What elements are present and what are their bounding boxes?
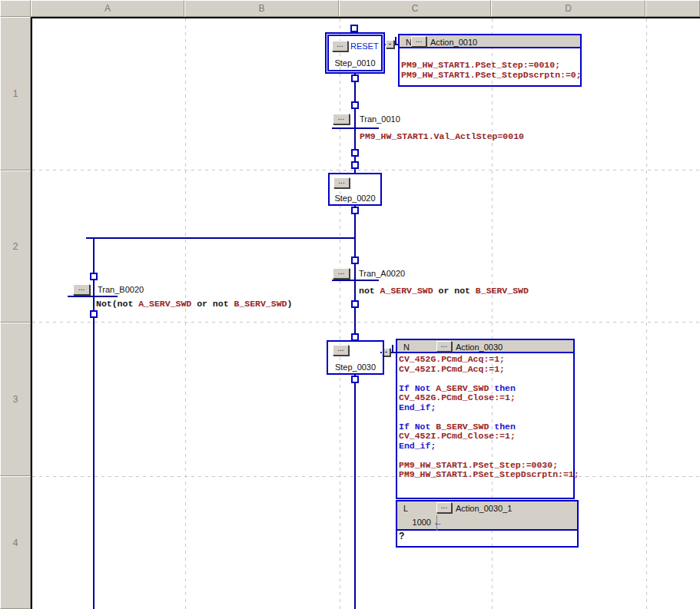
connection-handle[interactable] xyxy=(351,300,359,308)
row-header-1: 1 xyxy=(0,17,31,170)
transition-condition: PM9_HW_START1.Val_ActlStep=0010 xyxy=(360,131,524,141)
connection-handle[interactable] xyxy=(351,257,359,264)
code-line: End_if; xyxy=(399,403,573,413)
action-body: ? xyxy=(397,531,577,544)
transition-name: Tran_B0020 xyxy=(98,285,144,294)
grid-column-line xyxy=(646,18,647,609)
transition-bar-tran-0010 xyxy=(332,127,379,129)
collapse-action-button[interactable]: - xyxy=(386,40,394,48)
action-qualifier: N xyxy=(403,343,410,352)
row-header-3: 3 xyxy=(0,323,31,476)
flow-line-main xyxy=(354,375,356,609)
step-reset-badge: RESET xyxy=(350,41,379,51)
column-header-d: D xyxy=(491,0,645,17)
transition-name: Tran_0010 xyxy=(360,114,400,124)
transition-properties-button[interactable]: ... xyxy=(333,114,350,124)
grid-column-line xyxy=(185,18,186,609)
flow-line-main xyxy=(354,74,356,173)
transition-condition: Not(not A_SERV_SWD or not B_SERV_SWD) xyxy=(96,299,292,309)
connection-handle[interactable] xyxy=(351,149,359,157)
transition-name: Tran_A0020 xyxy=(359,269,405,278)
step-properties-button[interactable]: ... xyxy=(333,177,350,188)
step-box-step-0010[interactable]: ... RESET Step_0010 xyxy=(325,32,385,74)
column-label: C xyxy=(412,3,419,14)
corner-cell xyxy=(0,0,31,17)
code-line: PM9_HW_START1.PSet_StepDscrptn:=1; xyxy=(399,470,573,480)
step-box-step-0030[interactable]: ... Step_0030 xyxy=(327,340,384,375)
action-block-action-0030[interactable]: N ... Action_0030 CV_452G.PCmd_Acq:=1;CV… xyxy=(396,339,575,499)
column-label: D xyxy=(565,3,572,14)
connection-handle[interactable] xyxy=(351,207,359,214)
connection-handle[interactable] xyxy=(90,310,98,318)
connection-handle[interactable] xyxy=(351,101,359,109)
row-header-2: 2 xyxy=(0,170,31,323)
action-title: Action_0030 xyxy=(456,343,503,352)
action-title: Action_0030_1 xyxy=(456,504,512,513)
action-placeholder-text: ? xyxy=(399,531,404,541)
left-arrow-icon: ← xyxy=(433,517,443,528)
action-connector-line xyxy=(392,345,393,353)
connection-handle[interactable] xyxy=(351,376,359,383)
action-title: Action_0010 xyxy=(430,38,477,47)
column-label: B xyxy=(258,3,264,14)
page-left-border xyxy=(31,17,32,609)
transition-condition: not A_SERV_SWD or not B_SERV_SWD xyxy=(359,286,529,296)
branch-divergence-line xyxy=(86,237,356,239)
column-label: A xyxy=(105,3,111,14)
action-code: PM9_HW_START1.PSet_Step:=0010;PM9_HW_STA… xyxy=(400,48,580,80)
row-label: 2 xyxy=(13,241,18,252)
step-name: Step_0010 xyxy=(329,58,381,68)
action-time-interval: 1000 xyxy=(403,518,431,527)
action-properties-button[interactable]: ... xyxy=(436,502,452,513)
transition-properties-button[interactable]: ... xyxy=(333,268,350,279)
action-properties-button[interactable]: ... xyxy=(436,341,452,352)
row-label: 1 xyxy=(13,88,18,99)
action-properties-button[interactable]: ... xyxy=(411,36,426,47)
code-line: End_if; xyxy=(399,442,573,452)
action-header: N ... Action_0030 xyxy=(397,340,573,353)
step-properties-button[interactable]: ... xyxy=(333,345,349,356)
action-block-action-0030-1[interactable]: L ... Action_0030_1 1000 ← ? xyxy=(396,500,579,548)
grid-row-line xyxy=(32,170,700,170)
qualifier-divider xyxy=(436,515,437,531)
connection-handle[interactable] xyxy=(351,333,359,341)
sfc-editor-canvas: A B C D 1 2 3 4 - - ... RESET Step_0010 … xyxy=(0,0,700,609)
connection-handle[interactable] xyxy=(351,74,359,82)
action-code: CV_452G.PCmd_Acq:=1;CV_452I.PCmd_Acq:=1;… xyxy=(397,353,573,480)
action-header: L ... Action_0030_1 1000 ← xyxy=(397,501,577,531)
grid-row-line xyxy=(32,322,700,323)
column-header-b: B xyxy=(184,0,339,17)
action-qualifier: L xyxy=(403,504,408,513)
action-block-action-0010[interactable]: N ... Action_0010 PM9_HW_START1.PSet_Ste… xyxy=(398,34,582,87)
grid-column-line xyxy=(340,18,340,609)
flow-line-left-branch xyxy=(93,238,95,609)
connection-handle[interactable] xyxy=(351,161,359,169)
step-box-step-0020[interactable]: ... Step_0020 xyxy=(328,173,382,206)
flow-line-main xyxy=(354,206,356,340)
row-label: 4 xyxy=(13,538,18,548)
connection-handle[interactable] xyxy=(350,25,358,32)
step-name: Step_0030 xyxy=(328,362,383,372)
page-top-border xyxy=(31,17,700,18)
transition-bar-tran-b0020 xyxy=(68,296,118,297)
transition-bar-tran-a0020 xyxy=(332,280,379,281)
column-header-c: C xyxy=(339,0,491,17)
column-header-a: A xyxy=(31,0,184,17)
row-label: 3 xyxy=(13,394,18,405)
row-header-4: 4 xyxy=(0,476,31,609)
initial-step-inner-border: ... RESET Step_0010 xyxy=(327,35,383,71)
grid-row-line xyxy=(32,476,700,477)
column-header-partial xyxy=(645,0,700,17)
transition-properties-button[interactable]: ... xyxy=(73,284,90,295)
code-line: PM9_HW_START1.PSet_StepDscrptn:=0; xyxy=(401,71,580,81)
code-line: CV_452I.PCmd_Acq:=1; xyxy=(399,365,573,375)
step-properties-button[interactable]: ... xyxy=(332,41,348,51)
connection-handle[interactable] xyxy=(90,273,98,280)
action-header: N ... Action_0010 xyxy=(400,35,580,48)
step-name: Step_0020 xyxy=(330,194,380,203)
action-connector-line xyxy=(395,37,396,45)
